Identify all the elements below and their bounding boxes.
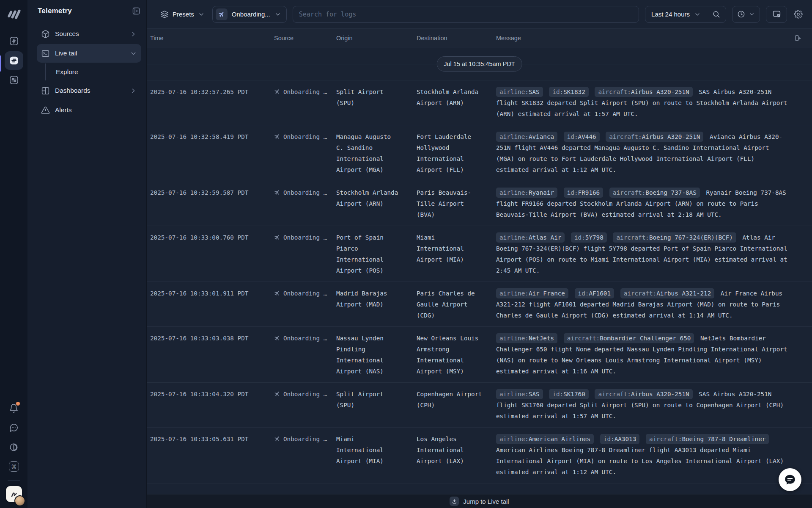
badge-value: Atlas Air: [529, 234, 561, 241]
attribute-badge[interactable]: airline:Air France: [496, 288, 568, 298]
attribute-badge[interactable]: airline:Avianca: [496, 132, 557, 142]
presets-label: Presets: [173, 11, 194, 18]
log-row[interactable]: 2025-07-16 10:32:57.265 PDTOnboarding …S…: [147, 80, 812, 125]
workspace-logo[interactable]: [6, 486, 22, 502]
attribute-badge[interactable]: airline:American Airlines: [496, 434, 594, 444]
source-select[interactable]: Onboarding...: [212, 6, 287, 23]
attribute-badge[interactable]: id:AA3013: [600, 434, 639, 444]
log-source: Onboarding …: [274, 433, 336, 478]
time-range-value: Last 24 hours: [651, 11, 690, 18]
log-row[interactable]: 2025-07-16 10:32:58.419 PDTOnboarding …M…: [147, 125, 812, 181]
time-range-button[interactable]: Last 24 hours: [645, 11, 706, 18]
attribute-badge[interactable]: aircraft:Boeing 787-8 Dreamliner: [646, 434, 769, 444]
notifications-bell-icon[interactable]: [5, 399, 23, 417]
sidebar-item-alerts[interactable]: Alerts: [37, 101, 141, 119]
badge-key: aircraft:: [616, 234, 649, 241]
badge-value: FR9166: [578, 189, 600, 196]
sidebar-item-live-tail[interactable]: Live tail: [37, 44, 141, 63]
log-source: Onboarding …: [274, 389, 336, 422]
sidebar-item-label: Live tail: [55, 50, 77, 57]
query-flash-icon[interactable]: [5, 32, 23, 50]
badge-key: aircraft:: [624, 290, 656, 297]
badge-key: aircraft:: [567, 335, 600, 342]
attribute-badge[interactable]: airline:SAS: [496, 87, 543, 97]
badge-value: Airbus A321-212: [656, 290, 711, 297]
plane-icon: [274, 133, 280, 140]
badge-key: airline:: [499, 234, 529, 241]
log-time: 2025-07-16 10:33:01.911 PDT: [150, 288, 274, 321]
log-row[interactable]: 2025-07-16 10:33:00.760 PDTOnboarding …P…: [147, 226, 812, 282]
feedback-chat-icon[interactable]: [5, 418, 23, 437]
settings-gear-icon[interactable]: [794, 10, 803, 19]
attribute-badge[interactable]: aircraft:Airbus A320-251N: [595, 87, 692, 97]
keyboard-shortcuts-icon[interactable]: ⌘: [5, 457, 23, 476]
badge-key: id:: [567, 189, 578, 196]
chat-launcher-button[interactable]: [779, 468, 801, 491]
log-row[interactable]: 2025-07-16 10:33:04.320 PDTOnboarding …S…: [147, 383, 812, 428]
tail-view-button[interactable]: [766, 6, 787, 23]
sidebar-item-label: Alerts: [55, 106, 72, 114]
datasets-settings-icon[interactable]: [5, 71, 23, 89]
attribute-badge[interactable]: aircraft:Airbus A320-251N: [606, 132, 703, 142]
log-row[interactable]: 2025-07-16 10:32:59.587 PDTOnboarding …S…: [147, 181, 812, 226]
axiom-logo-icon[interactable]: [5, 5, 22, 22]
stream-live-tail-icon[interactable]: [5, 51, 23, 70]
column-header-destination[interactable]: Destination: [417, 35, 496, 41]
attribute-badge[interactable]: id:SK1760: [549, 389, 588, 399]
log-origin: Stockholm Arlanda Airport (ARN): [336, 187, 417, 220]
log-row[interactable]: 2025-07-16 10:33:03.038 PDTOnboarding …N…: [147, 327, 812, 383]
date-separator-chip[interactable]: Jul 15 at 10:35:45am PDT: [436, 56, 522, 72]
log-source: Onboarding …: [274, 333, 336, 377]
plane-icon: [216, 8, 228, 20]
presets-button[interactable]: Presets: [159, 10, 206, 19]
add-column-icon[interactable]: [794, 34, 802, 43]
log-destination: Paris Beauvais-Tille Airport (BVA): [417, 187, 496, 220]
attribute-badge[interactable]: airline:SAS: [496, 389, 543, 399]
attribute-badge[interactable]: id:5Y798: [571, 232, 607, 243]
attribute-badge[interactable]: airline:Atlas Air: [496, 232, 565, 243]
sidebar-item-explore[interactable]: Explore: [45, 64, 140, 80]
column-header-source[interactable]: Source: [274, 35, 336, 41]
sidebar-item-dashboards[interactable]: Dashboards: [37, 81, 141, 100]
attribute-badge[interactable]: id:AV446: [564, 132, 600, 142]
badge-key: airline:: [499, 335, 529, 342]
search-input[interactable]: [299, 11, 633, 18]
attribute-badge[interactable]: aircraft:Airbus A320-251N: [595, 389, 692, 399]
sidebar: Telemetry Sources: [27, 0, 147, 508]
badge-value: Boeing 737-8AS: [645, 189, 697, 196]
user-avatar[interactable]: [14, 495, 25, 506]
collapse-sidebar-icon[interactable]: [132, 7, 140, 15]
attribute-badge[interactable]: aircraft:Boeing 737-8AS: [609, 188, 700, 198]
badge-key: id:: [552, 391, 563, 398]
attribute-badge[interactable]: id:AF1601: [575, 288, 614, 298]
log-row[interactable]: 2025-07-16 10:33:05.631 PDTOnboarding …M…: [147, 428, 812, 483]
log-message: airline:American Airlines id:AA3013 airc…: [496, 433, 801, 478]
theme-toggle-icon[interactable]: [5, 438, 23, 456]
column-header-origin[interactable]: Origin: [336, 35, 417, 41]
badge-key: airline:: [499, 436, 529, 442]
log-origin: Managua Augusto C. Sandino International…: [336, 131, 417, 175]
attribute-badge[interactable]: airline:NetJets: [496, 333, 557, 343]
attribute-badge[interactable]: id:SK1832: [549, 87, 588, 97]
log-origin: Split Airport (SPU): [336, 86, 417, 119]
sidebar-item-sources[interactable]: Sources: [37, 25, 141, 43]
log-row[interactable]: 2025-07-16 10:33:01.911 PDTOnboarding …M…: [147, 282, 812, 327]
jump-to-live-tail-bar[interactable]: Jump to Live tail: [147, 494, 812, 508]
table-header: Time Source Origin Destination Message: [147, 29, 812, 47]
jump-label: Jump to Live tail: [463, 498, 509, 505]
attribute-badge[interactable]: aircraft:Bombardier Challenger 650: [564, 333, 694, 343]
badge-value: Airbus A320-251N: [631, 391, 689, 398]
column-header-time[interactable]: Time: [150, 35, 274, 41]
plane-icon: [274, 290, 280, 296]
column-header-message[interactable]: Message: [496, 35, 801, 41]
chevron-down-icon: [130, 50, 137, 57]
badge-key: aircraft:: [613, 189, 645, 196]
attribute-badge[interactable]: airline:Ryanair: [496, 188, 557, 198]
log-origin: Split Airport (SPU): [336, 389, 417, 422]
run-search-button[interactable]: [706, 6, 726, 23]
history-button[interactable]: [732, 6, 760, 23]
attribute-badge[interactable]: aircraft:Boeing 767-324(ER)(BCF): [613, 232, 736, 243]
badge-value: AA3013: [614, 436, 636, 442]
attribute-badge[interactable]: id:FR9166: [564, 188, 603, 198]
attribute-badge[interactable]: aircraft:Airbus A321-212: [620, 288, 715, 298]
